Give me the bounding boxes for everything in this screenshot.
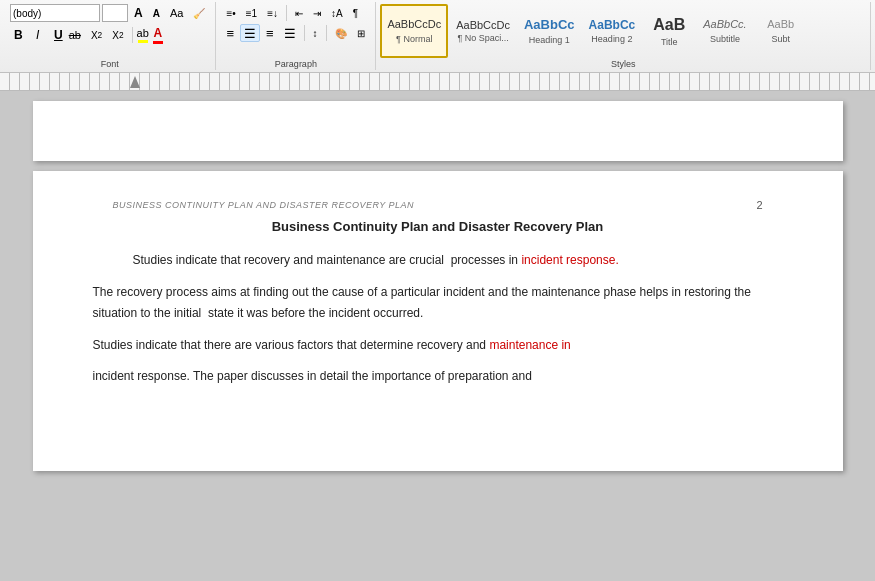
align-center-btn[interactable]: ☰ xyxy=(240,24,260,42)
sort-btn[interactable]: ↕A xyxy=(327,4,347,22)
page-2: BUSINESS CONTINUITY PLAN AND DISASTER RE… xyxy=(33,171,843,471)
strikethrough-btn[interactable]: ab xyxy=(65,26,85,44)
ribbon-toolbar: 12 A A Aa 🧹 B I U ab X2 X2 xyxy=(0,0,875,73)
increase-indent-btn[interactable]: ⇥ xyxy=(309,4,325,22)
page-1 xyxy=(33,101,843,161)
paragraph-4: incident response. The paper discusses i… xyxy=(93,366,783,388)
style-title-preview: AaB xyxy=(653,15,685,34)
style-extra[interactable]: AaBb Subt xyxy=(755,4,807,58)
change-case-btn[interactable]: Aa xyxy=(166,4,187,22)
paragraph-1: Studies indicate that recovery and maint… xyxy=(93,250,783,272)
subscript-btn[interactable]: X2 xyxy=(87,26,106,44)
style-subtitle-preview: AaBbCc. xyxy=(703,18,746,31)
style-heading2-label: Heading 2 xyxy=(591,34,632,44)
style-normal-label: ¶ Normal xyxy=(396,34,432,44)
style-subtitle[interactable]: AaBbCc. Subtitle xyxy=(697,4,752,58)
justify-btn[interactable]: ☰ xyxy=(280,24,300,42)
style-no-spacing-preview: AaBbCcDc xyxy=(456,20,510,31)
show-formatting-btn[interactable]: ¶ xyxy=(349,4,362,22)
style-title-label: Title xyxy=(661,37,678,47)
style-title[interactable]: AaB Title xyxy=(643,4,695,58)
style-heading2-preview: AaBbCc xyxy=(589,18,636,32)
style-normal-preview: AaBbCcDc xyxy=(387,18,441,31)
style-heading1[interactable]: AaBbCc Heading 1 xyxy=(518,4,581,58)
superscript-btn[interactable]: X2 xyxy=(108,26,127,44)
paragraph-group: ≡• ≡1 ≡↓ ⇤ ⇥ ↕A ¶ ≡ ☰ ≡ ☰ ↕ 🎨 ⊞ Paragrap… xyxy=(216,2,376,70)
ruler xyxy=(0,73,875,91)
style-heading2[interactable]: AaBbCc Heading 2 xyxy=(583,4,642,58)
underline-btn[interactable]: U xyxy=(54,28,63,42)
paragraph-3: Studies indicate that there are various … xyxy=(93,335,783,357)
styles-group: AaBbCcDc ¶ Normal AaBbCcDc ¶ No Spaci...… xyxy=(376,2,871,70)
bold-btn[interactable]: B xyxy=(10,26,30,44)
font-group: 12 A A Aa 🧹 B I U ab X2 X2 xyxy=(4,2,216,70)
style-no-spacing[interactable]: AaBbCcDc ¶ No Spaci... xyxy=(450,4,516,58)
separator xyxy=(326,25,327,41)
multilevel-list-btn[interactable]: ≡↓ xyxy=(263,4,282,22)
shading-btn[interactable]: 🎨 xyxy=(331,24,351,42)
line-spacing-btn[interactable]: ↕ xyxy=(309,24,322,42)
separator xyxy=(286,5,287,21)
font-group-label: Font xyxy=(4,59,215,70)
align-left-btn[interactable]: ≡ xyxy=(222,24,238,42)
font-name-input[interactable] xyxy=(10,4,100,22)
style-heading1-label: Heading 1 xyxy=(529,35,570,45)
borders-btn[interactable]: ⊞ xyxy=(353,24,369,42)
style-extra-preview: AaBb xyxy=(767,18,794,31)
header-page-number: 2 xyxy=(756,199,762,211)
font-color-btn[interactable]: A xyxy=(153,26,163,44)
paragraph-2: The recovery process aims at finding out… xyxy=(93,282,783,325)
highlight-btn[interactable]: ab xyxy=(137,27,149,43)
app-window: 12 A A Aa 🧹 B I U ab X2 X2 xyxy=(0,0,875,572)
font-size-decrease-btn[interactable]: A xyxy=(149,4,164,22)
separator xyxy=(132,27,133,43)
style-normal[interactable]: AaBbCcDc ¶ Normal xyxy=(380,4,448,58)
styles-group-label: Styles xyxy=(376,59,870,70)
decrease-indent-btn[interactable]: ⇤ xyxy=(291,4,307,22)
document-area[interactable]: BUSINESS CONTINUITY PLAN AND DISASTER RE… xyxy=(0,91,875,572)
document-body: Studies indicate that recovery and maint… xyxy=(93,250,783,388)
style-extra-label: Subt xyxy=(771,34,790,44)
header-title: BUSINESS CONTINUITY PLAN AND DISASTER RE… xyxy=(113,200,415,210)
page-header: BUSINESS CONTINUITY PLAN AND DISASTER RE… xyxy=(93,191,783,219)
style-subtitle-label: Subtitle xyxy=(710,34,740,44)
style-no-spacing-label: ¶ No Spaci... xyxy=(457,33,508,43)
numbering-btn[interactable]: ≡1 xyxy=(242,4,261,22)
paragraph-group-label: Paragraph xyxy=(216,59,375,70)
align-right-btn[interactable]: ≡ xyxy=(262,24,278,42)
separator xyxy=(304,25,305,41)
style-heading1-preview: AaBbCc xyxy=(524,17,575,33)
bullets-btn[interactable]: ≡• xyxy=(222,4,239,22)
italic-btn[interactable]: I xyxy=(32,26,52,44)
document-title: Business Continuity Plan and Disaster Re… xyxy=(93,219,783,234)
clear-formatting-btn[interactable]: 🧹 xyxy=(189,4,209,22)
font-size-increase-btn[interactable]: A xyxy=(130,4,147,22)
font-size-input[interactable]: 12 xyxy=(102,4,128,22)
